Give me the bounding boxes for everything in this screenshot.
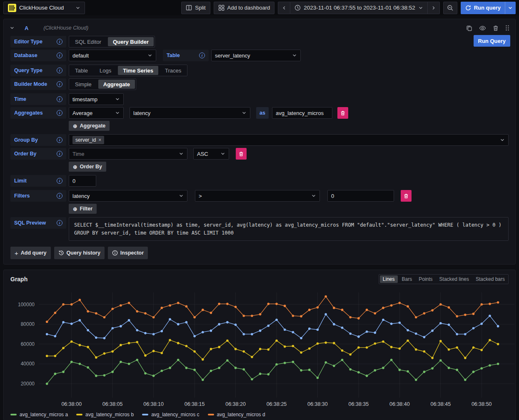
duplicate-query-icon[interactable]: [466, 25, 472, 31]
run-query-button[interactable]: Run query: [461, 2, 505, 14]
legend-item[interactable]: avg_latency_micros d: [208, 412, 265, 418]
data-point: [177, 302, 180, 304]
hide-response-eye-icon[interactable]: [479, 25, 486, 31]
info-icon[interactable]: i: [57, 81, 62, 87]
info-icon[interactable]: i: [57, 96, 62, 102]
zoom-out-icon: [447, 5, 454, 11]
query-ref-id[interactable]: A: [25, 25, 28, 31]
add-filter-button[interactable]: ⊕ Filter: [69, 204, 97, 214]
aggregate-function-select[interactable]: Average: [69, 107, 124, 119]
run-query-panel-label: Run Query: [478, 38, 506, 44]
mode-points[interactable]: Points: [415, 275, 436, 284]
remove-query-trash-icon[interactable]: [493, 25, 499, 31]
aggregate-column-select[interactable]: latency: [130, 107, 250, 119]
group-by-label: Group By i: [10, 134, 66, 146]
time-series-chart[interactable]: 2000040000600008000010000006:38:0006:38:…: [4, 288, 519, 411]
remove-order-by-button[interactable]: [236, 148, 247, 160]
data-point: [54, 312, 57, 314]
mode-stacked-bars[interactable]: Stacked bars: [472, 275, 508, 284]
filter-value-input[interactable]: [327, 190, 394, 202]
table-select[interactable]: server_latency: [211, 50, 301, 61]
time-range-forward-button[interactable]: [428, 2, 440, 14]
legend-item[interactable]: avg_latency_micros a: [10, 412, 68, 418]
segment-table[interactable]: Table: [69, 65, 94, 76]
run-query-panel-button[interactable]: Run Query: [474, 35, 510, 47]
add-order-by-button[interactable]: ⊕ Order By: [69, 162, 106, 172]
remove-tag-icon[interactable]: ×: [98, 137, 101, 143]
data-point: [341, 309, 344, 311]
data-point: [324, 295, 327, 298]
data-point: [210, 312, 212, 314]
data-point: [439, 322, 442, 325]
mode-stacked-lines[interactable]: Stacked lines: [436, 275, 472, 284]
info-icon[interactable]: i: [57, 193, 62, 199]
zoom-out-button[interactable]: [443, 2, 457, 14]
add-query-button[interactable]: + Add query: [10, 247, 51, 259]
data-point: [456, 315, 458, 318]
time-range-back-button[interactable]: [278, 2, 290, 14]
info-icon[interactable]: i: [57, 110, 62, 116]
segment-query-builder[interactable]: Query Builder: [108, 37, 154, 46]
legend-swatch-icon: [76, 414, 82, 415]
refresh-icon: [465, 5, 471, 11]
query-history-button[interactable]: Query history: [54, 247, 105, 259]
database-label: Database i: [10, 50, 66, 61]
data-point: [357, 317, 360, 320]
segment-traces[interactable]: Traces: [159, 65, 187, 76]
aggregate-alias-input[interactable]: [272, 107, 332, 119]
info-icon[interactable]: i: [57, 68, 62, 73]
add-aggregate-button[interactable]: ⊕ Aggregate: [69, 121, 110, 131]
database-select[interactable]: default: [69, 50, 156, 61]
run-query-dropdown-button[interactable]: [505, 2, 516, 14]
datasource-picker[interactable]: ClickHouse Cloud: [3, 2, 85, 14]
add-to-dashboard-button[interactable]: Add to dashboard: [214, 2, 275, 14]
chevron-down-icon: [179, 151, 184, 156]
filter-operator-select[interactable]: >: [195, 190, 320, 202]
time-range-button[interactable]: 2023-11-01 06:37:55 to 2023-11-01 06:38:…: [290, 2, 427, 14]
group-by-multiselect[interactable]: server_id ×: [69, 134, 509, 146]
remove-filter-button[interactable]: [401, 190, 412, 202]
collapse-chevron-icon[interactable]: [10, 25, 15, 30]
info-icon[interactable]: i: [57, 220, 62, 226]
segment-aggregate[interactable]: Aggregate: [98, 80, 135, 89]
info-icon[interactable]: i: [57, 151, 62, 157]
inspector-button[interactable]: Inspector: [108, 247, 148, 259]
segment-simple[interactable]: Simple: [69, 79, 97, 90]
data-point: [152, 333, 155, 335]
limit-input[interactable]: [69, 175, 96, 187]
order-by-direction-select[interactable]: ASC: [193, 148, 229, 160]
filter-field-select[interactable]: latency: [69, 190, 187, 202]
editor-type-row: Editor Type i SQL Editor Query Builder: [10, 36, 509, 48]
order-by-field-select[interactable]: Time: [69, 148, 187, 160]
data-point: [46, 382, 48, 385]
data-point: [251, 378, 253, 381]
info-icon[interactable]: i: [57, 39, 62, 45]
legend-label: avg_latency_micros a: [20, 412, 68, 418]
data-point: [79, 319, 81, 322]
data-point: [226, 359, 229, 362]
info-icon[interactable]: i: [199, 52, 205, 58]
remove-aggregate-button[interactable]: [337, 107, 348, 119]
segment-logs[interactable]: Logs: [94, 65, 117, 76]
split-button[interactable]: Split: [181, 2, 210, 14]
legend-item[interactable]: avg_latency_micros c: [142, 412, 199, 418]
data-point: [120, 344, 122, 347]
drag-handle-icon[interactable]: [505, 25, 509, 31]
x-axis-tick-label: 06:38:25: [267, 401, 287, 407]
split-label: Split: [195, 5, 205, 11]
time-column-select[interactable]: timestamp: [69, 93, 124, 105]
data-point: [333, 307, 335, 309]
data-point: [374, 342, 376, 345]
info-icon[interactable]: i: [57, 137, 62, 143]
mode-lines[interactable]: Lines: [380, 275, 398, 283]
info-icon[interactable]: i: [57, 178, 62, 184]
data-point: [341, 327, 344, 329]
legend-item[interactable]: avg_latency_micros b: [76, 412, 134, 418]
data-point: [218, 367, 220, 369]
segment-time-series[interactable]: Time Series: [118, 66, 158, 75]
info-icon[interactable]: i: [57, 52, 62, 58]
data-point: [407, 305, 409, 308]
mode-bars[interactable]: Bars: [399, 275, 416, 284]
segment-sql-editor[interactable]: SQL Editor: [69, 36, 107, 47]
data-point: [95, 375, 97, 377]
